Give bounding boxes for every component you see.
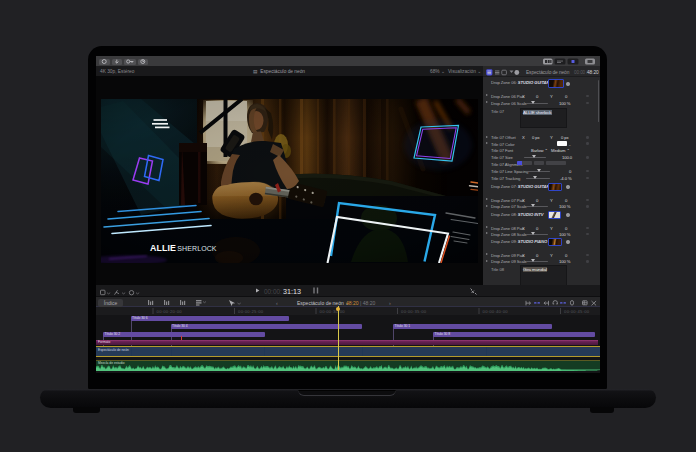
svg-text:00:00:30:00: 00:00:30:00 bbox=[320, 309, 346, 314]
svg-text:‹: ‹ bbox=[276, 300, 278, 306]
svg-text:ALLIESHERLOCK: ALLIESHERLOCK bbox=[150, 243, 217, 253]
svg-text:00:00:45:00: 00:00:45:00 bbox=[564, 309, 590, 314]
svg-text:00:00:35:00: 00:00:35:00 bbox=[401, 309, 427, 314]
svg-text:| 48:20: | 48:20 bbox=[360, 300, 375, 306]
svg-text:00:00:: 00:00: bbox=[264, 288, 282, 295]
svg-text:00:00:25:00: 00:00:25:00 bbox=[238, 309, 264, 314]
svg-text:48:20: 48:20 bbox=[346, 300, 359, 306]
svg-text:00:00:40:00: 00:00:40:00 bbox=[483, 309, 509, 314]
svg-text:Espectáculo de neón: Espectáculo de neón bbox=[526, 70, 570, 75]
svg-text:00:00:20:00: 00:00:20:00 bbox=[157, 309, 183, 314]
svg-text:Espectáculo de neón ⌄: Espectáculo de neón ⌄ bbox=[297, 300, 349, 306]
svg-text:›: › bbox=[389, 300, 391, 306]
svg-text:48:20: 48:20 bbox=[587, 70, 599, 75]
svg-text:31:13: 31:13 bbox=[283, 287, 301, 296]
